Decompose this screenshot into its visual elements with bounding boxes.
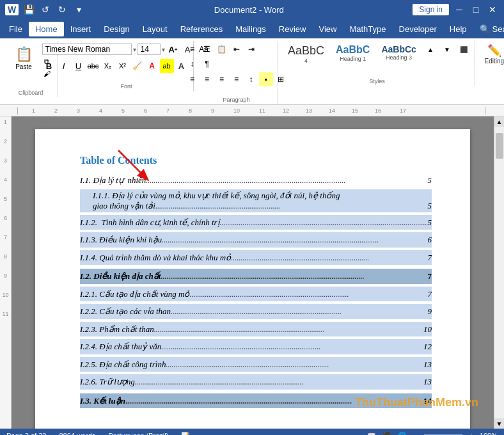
toc-dots-i26: ........................................…: [135, 376, 422, 388]
menu-view[interactable]: View: [312, 22, 343, 36]
scroll-track[interactable]: [494, 127, 504, 418]
underline-button[interactable]: U: [72, 59, 86, 73]
toc-text-i11-2: giao thông vận tải: [93, 201, 155, 211]
zoom-out-button[interactable]: ─: [413, 432, 418, 435]
subscript-button[interactable]: X₂: [101, 59, 115, 73]
shading-button[interactable]: ▪: [259, 72, 273, 86]
menu-layout[interactable]: Layout: [136, 22, 174, 36]
style-normal-label: 4: [304, 58, 308, 64]
sign-in-button[interactable]: Sign in: [413, 4, 449, 15]
scroll-up-button[interactable]: ▲: [494, 116, 505, 127]
menu-design[interactable]: Design: [97, 22, 136, 36]
menu-file[interactable]: File: [3, 22, 29, 36]
highlight-button[interactable]: ab: [160, 59, 174, 73]
ruler-mark-4: 4: [99, 107, 102, 114]
list-bullet-button[interactable]: ≡: [185, 42, 200, 56]
zoom-in-button[interactable]: +: [469, 432, 473, 435]
grow-font-button[interactable]: A+: [166, 42, 180, 56]
save-button[interactable]: 💾: [22, 3, 35, 16]
menu-mailings[interactable]: Mailings: [229, 22, 272, 36]
undo-button[interactable]: ↺: [39, 3, 52, 16]
style-heading3[interactable]: AaBbCc Heading 3: [377, 42, 420, 68]
multilevel-list-button[interactable]: 📋: [215, 42, 229, 56]
style-normal[interactable]: AaBbC 4: [283, 42, 329, 68]
ruler-mark-13: 13: [306, 107, 312, 114]
ruler-mark-15: 15: [352, 107, 358, 114]
scroll-down-button[interactable]: ▼: [494, 418, 505, 429]
toc-text-i11: I.1.1. Địa lý của vùng mỏ, khu vực thiết…: [93, 191, 340, 201]
track-changes-icon: 📝: [181, 432, 190, 436]
clear-format-button[interactable]: 🧹: [130, 59, 145, 73]
justify-button[interactable]: ≡: [230, 72, 244, 86]
vertical-scrollbar: ▲ ▼: [494, 116, 504, 429]
toc-dots-i14: ........................................…: [231, 252, 426, 264]
show-formatting-button[interactable]: ¶: [200, 57, 214, 71]
strikethrough-button[interactable]: abc: [86, 59, 100, 73]
toc-entry-i12: I.1.2. Tình hình dân cư, kinh tế, chính …: [80, 215, 432, 230]
font-size-selector[interactable]: 14: [138, 44, 161, 55]
menu-developer[interactable]: Developer: [393, 22, 443, 36]
style-heading1-preview: AaBbC: [336, 44, 370, 56]
close-button[interactable]: ✕: [486, 3, 499, 16]
styles-scroll-up[interactable]: ▲: [423, 42, 437, 56]
text-color-button[interactable]: A: [145, 59, 159, 73]
menu-search[interactable]: 🔍 Search: [473, 22, 504, 36]
sort-button[interactable]: ↕: [185, 57, 200, 71]
toc-entry-i2: I.2. Điều kiện địa chất ................…: [80, 269, 432, 284]
align-left-button[interactable]: ≡: [185, 72, 200, 86]
menu-help[interactable]: Help: [443, 22, 473, 36]
paragraph-group-label: Paragraph: [223, 97, 249, 103]
toc-i11-row: I.1.1. Địa lý của vùng mỏ, khu vực thiết…: [93, 191, 432, 201]
ruler-mark-14: 14: [329, 107, 335, 114]
ribbon-groups: 📋 Paste ✂ ⧉ 🖌 Clipboard Times New Roman …: [4, 41, 500, 104]
style-heading1[interactable]: AaBbC Heading 1: [331, 42, 374, 68]
lrm-2: 2: [4, 138, 7, 145]
paste-button[interactable]: 📋 Paste: [8, 42, 40, 74]
list-number-button[interactable]: ☰: [200, 42, 214, 56]
line-spacing-button[interactable]: ↕: [244, 72, 258, 86]
page-status: Page 2 of 32: [6, 432, 46, 435]
menu-review[interactable]: Review: [272, 22, 313, 36]
toc-text-i24: I.2.4. Địa chất thuỷ văn: [80, 340, 161, 353]
toc-entry-i11: I.1.1. Địa lý của vùng mỏ, khu vực thiết…: [80, 189, 432, 212]
toc-text-i1: I.1. Địa lý tự nhiên: [80, 174, 146, 187]
lrm-7: 7: [4, 234, 7, 241]
menu-references[interactable]: References: [174, 22, 229, 36]
editing-content[interactable]: ✏️ Editing: [480, 42, 504, 66]
italic-button[interactable]: I: [57, 59, 71, 73]
view-web-icon[interactable]: 🌐: [398, 432, 407, 436]
font-name-selector[interactable]: Times New Roman: [42, 44, 132, 55]
document-scroll[interactable]: Table of Contents I.1. Địa lý tự nhiên .…: [12, 116, 494, 429]
ruler-mark-3: 3: [77, 107, 80, 114]
ruler-end: │: [484, 107, 487, 114]
view-layout-icon[interactable]: ⬛: [382, 432, 391, 436]
toc-dots-i13: ........................................…: [162, 234, 426, 246]
toc-page-i14: 7: [428, 251, 432, 264]
ruler-mark-5: 5: [122, 107, 125, 114]
redo-button[interactable]: ↻: [56, 3, 68, 16]
paste-icon: 📋: [15, 46, 33, 63]
styles-content: AaBbC 4 AaBbC Heading 1 AaBbCc Heading 3…: [283, 42, 471, 75]
lrm-5: 5: [4, 196, 7, 202]
menu-insert[interactable]: Insert: [64, 22, 98, 36]
menu-mathtype[interactable]: MathType: [343, 22, 392, 36]
increase-indent-button[interactable]: ⇥: [244, 42, 258, 56]
toc-text-i14: I.1.4. Quá trình thăm dò và khai thác kh…: [80, 251, 231, 264]
align-right-button[interactable]: ≡: [215, 72, 229, 86]
minimize-button[interactable]: ─: [453, 3, 466, 16]
lrm-3: 3: [4, 157, 7, 164]
customize-qat-button[interactable]: ▾: [72, 3, 85, 16]
font-size-dropdown-icon[interactable]: ▾: [162, 46, 165, 53]
scroll-thumb[interactable]: [496, 133, 503, 159]
align-center-button[interactable]: ≡: [200, 72, 214, 86]
decrease-indent-button[interactable]: ⇤: [230, 42, 244, 56]
styles-scroll-down[interactable]: ▼: [440, 42, 454, 56]
view-read-icon[interactable]: 📖: [367, 432, 376, 436]
maximize-button[interactable]: □: [469, 3, 482, 16]
bold-button[interactable]: B: [42, 59, 56, 73]
ruler-mark-2: 2: [54, 107, 58, 114]
superscript-button[interactable]: X²: [116, 59, 130, 73]
font-dropdown-icon[interactable]: ▾: [133, 46, 136, 53]
menu-home[interactable]: Home: [29, 22, 64, 36]
styles-more[interactable]: ⬛: [457, 42, 471, 56]
